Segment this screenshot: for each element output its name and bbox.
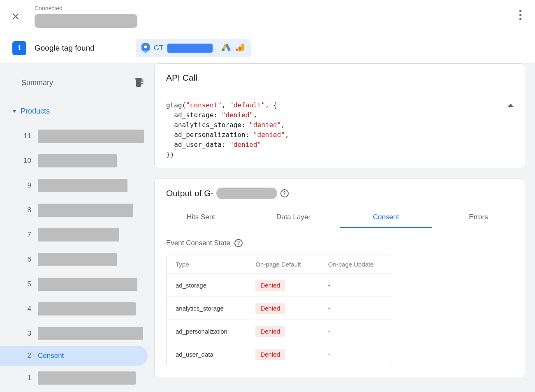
- tab-consent[interactable]: Consent: [340, 206, 432, 228]
- denied-badge: Denied: [255, 303, 285, 314]
- cell-update: -: [319, 320, 392, 343]
- item-number: 2: [22, 352, 31, 360]
- table-header: On-page Default: [246, 255, 319, 274]
- item-number: 8: [22, 206, 31, 214]
- help-icon[interactable]: ?: [280, 189, 289, 197]
- item-redacted: [38, 228, 119, 241]
- google-ads-icon: [221, 42, 231, 54]
- sidebar-item[interactable]: 9: [7, 173, 148, 198]
- sidebar-item[interactable]: 1: [7, 366, 148, 390]
- sidebar-item[interactable]: 11: [7, 124, 148, 148]
- denied-badge: Denied: [255, 280, 285, 291]
- tag-bar: 1 Google tag found G GT: [0, 33, 535, 63]
- item-number: 6: [22, 255, 31, 264]
- item-redacted: [38, 130, 144, 143]
- close-icon: [11, 12, 20, 21]
- products-title: Products: [21, 107, 50, 116]
- item-number: 1: [22, 374, 31, 382]
- table-header: On-page Update: [319, 255, 392, 274]
- table-row: analytics_storageDenied-: [167, 297, 392, 320]
- summary-row[interactable]: Summary: [7, 73, 148, 92]
- google-analytics-icon: [235, 42, 245, 54]
- sidebar-item[interactable]: 6: [7, 247, 148, 272]
- divider: [217, 43, 217, 53]
- products-section-header[interactable]: Products: [7, 104, 148, 119]
- gt-id-redacted: [167, 44, 213, 53]
- main: API Call gtag("consent", "default", { ad…: [154, 63, 535, 392]
- tag-found-label: Google tag found: [35, 44, 95, 53]
- panel-title-text: Event Consent State: [166, 239, 230, 247]
- sidebar-item[interactable]: 3: [7, 321, 148, 346]
- help-icon[interactable]: ?: [234, 239, 243, 247]
- sidebar-item[interactable]: 4: [7, 297, 148, 321]
- table-row: ad_personalizationDenied-: [167, 320, 392, 343]
- sidebar-item[interactable]: 2Consent: [0, 346, 148, 366]
- svg-text:G: G: [144, 49, 147, 52]
- domain-redacted: [35, 14, 137, 28]
- chevron-down-icon: [12, 110, 16, 113]
- consent-table: TypeOn-page DefaultOn-page Update ad_sto…: [166, 255, 392, 366]
- cell-update: -: [319, 297, 392, 320]
- output-id-redacted: [216, 188, 277, 199]
- sidebar-item[interactable]: 5: [7, 272, 148, 297]
- close-button[interactable]: [8, 9, 23, 24]
- clear-icon[interactable]: [134, 77, 144, 89]
- gtag-icon: G: [141, 43, 150, 53]
- sidebar-item[interactable]: 7: [7, 223, 148, 247]
- cell-default: Denied: [246, 343, 319, 366]
- summary-label: Summary: [21, 79, 53, 87]
- sidebar-item[interactable]: 10: [7, 148, 148, 173]
- table-row: ad_user_dataDenied-: [167, 343, 392, 366]
- panel-title: Event Consent State ?: [166, 239, 513, 247]
- table-header: Type: [167, 255, 246, 274]
- sidebar-item[interactable]: 8: [7, 198, 148, 223]
- output-header: Output of G- ?: [155, 179, 525, 199]
- more-icon: [519, 10, 521, 20]
- svg-point-0: [144, 46, 147, 49]
- cell-update: -: [319, 343, 392, 366]
- output-tabs: Hits SentData LayerConsentErrors: [155, 206, 525, 228]
- cell-default: Denied: [246, 274, 319, 297]
- tab-data-layer[interactable]: Data Layer: [247, 206, 340, 228]
- api-call-title: API Call: [155, 64, 525, 92]
- item-redacted: [38, 327, 143, 340]
- cell-default: Denied: [246, 320, 319, 343]
- table-header-row: TypeOn-page DefaultOn-page Update: [167, 255, 392, 274]
- api-call-card: API Call gtag("consent", "default", { ad…: [154, 63, 525, 168]
- output-card: Output of G- ? Hits SentData LayerConsen…: [154, 178, 525, 378]
- chevron-up-icon: [508, 104, 514, 107]
- denied-badge: Denied: [255, 349, 285, 360]
- item-number: 5: [22, 280, 31, 288]
- api-code-block: gtag("consent", "default", { ad_storage:…: [155, 92, 525, 168]
- tab-errors[interactable]: Errors: [432, 206, 525, 228]
- layout: Summary Products 111098765432Consent1 AP…: [0, 63, 535, 392]
- collapse-button[interactable]: [504, 99, 517, 112]
- tag-count-badge: 1: [12, 41, 26, 55]
- table-body: ad_storageDenied-analytics_storageDenied…: [167, 274, 392, 366]
- product-list: 111098765432Consent1: [7, 124, 148, 390]
- item-number: 7: [22, 231, 31, 239]
- more-button[interactable]: [513, 7, 528, 22]
- cell-update: -: [319, 274, 392, 297]
- output-title: Output of G-: [166, 188, 277, 199]
- sidebar: Summary Products 111098765432Consent1: [0, 63, 154, 392]
- denied-badge: Denied: [255, 326, 285, 337]
- cell-type: analytics_storage: [167, 297, 246, 320]
- header-info: Connected: [35, 5, 137, 28]
- tag-pill[interactable]: G GT: [136, 39, 251, 57]
- connected-label: Connected: [35, 5, 137, 12]
- svg-rect-4: [239, 46, 241, 51]
- cell-default: Denied: [246, 297, 319, 320]
- tab-hits-sent[interactable]: Hits Sent: [155, 206, 247, 228]
- svg-point-2: [222, 49, 225, 51]
- cell-type: ad_personalization: [167, 320, 246, 343]
- cell-type: ad_storage: [167, 274, 246, 297]
- item-number: 11: [22, 132, 31, 140]
- item-number: 4: [22, 305, 31, 313]
- gt-prefix: GT: [154, 44, 164, 52]
- item-redacted: [38, 302, 136, 315]
- item-redacted: [38, 204, 133, 217]
- item-label: Consent: [38, 352, 64, 360]
- item-redacted: [38, 179, 127, 192]
- item-redacted: [38, 253, 117, 266]
